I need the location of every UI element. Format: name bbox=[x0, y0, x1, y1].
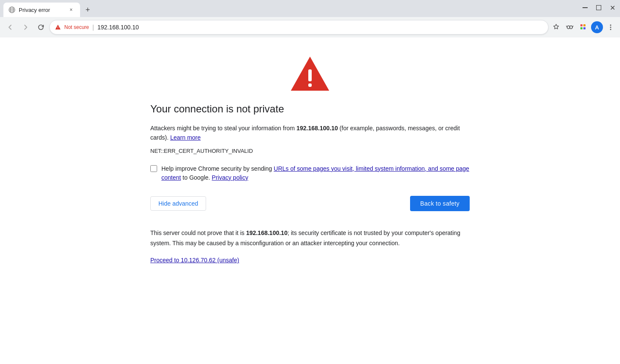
address-bar-row: Not secure | 192.168.100.10 bbox=[0, 17, 620, 37]
description-ip: 192.168.100.10 bbox=[296, 125, 338, 132]
not-secure-label: Not secure bbox=[64, 24, 89, 30]
browser-frame: Privacy error × + ✕ bbox=[0, 0, 620, 364]
security-warning-icon bbox=[55, 24, 61, 30]
checkbox-label: Help improve Chrome security by sending … bbox=[161, 164, 470, 182]
svg-rect-22 bbox=[308, 69, 312, 81]
svg-rect-17 bbox=[583, 27, 586, 29]
tab-bar: Privacy error × + ✕ bbox=[0, 0, 620, 17]
svg-point-19 bbox=[610, 27, 611, 28]
description-part1: Attackers might be trying to steal your … bbox=[150, 125, 296, 132]
svg-rect-8 bbox=[57, 29, 58, 29]
minimize-button[interactable] bbox=[581, 3, 589, 12]
tab-title: Privacy error bbox=[19, 7, 50, 13]
extension-spy-icon[interactable] bbox=[564, 21, 576, 33]
address-bar[interactable]: Not secure | 192.168.100.10 bbox=[49, 20, 548, 34]
error-container: Your connection is not private Attackers… bbox=[150, 54, 470, 264]
extension-puzzle-icon[interactable] bbox=[577, 21, 589, 33]
improve-security-checkbox[interactable] bbox=[150, 165, 157, 172]
back-to-safety-button[interactable]: Back to safety bbox=[410, 196, 470, 211]
new-tab-button[interactable]: + bbox=[82, 4, 94, 16]
svg-rect-14 bbox=[580, 24, 583, 26]
maximize-button[interactable] bbox=[594, 3, 603, 12]
svg-rect-15 bbox=[583, 24, 586, 26]
page-title: Your connection is not private bbox=[150, 103, 284, 115]
error-code: NET::ERR_CERT_AUTHORITY_INVALID bbox=[150, 148, 253, 154]
tab-close-button[interactable]: × bbox=[67, 6, 75, 14]
back-button[interactable] bbox=[3, 20, 17, 34]
svg-rect-5 bbox=[583, 7, 588, 8]
svg-rect-7 bbox=[57, 26, 58, 28]
hide-advanced-button[interactable]: Hide advanced bbox=[150, 196, 206, 211]
warning-icon-wrap bbox=[150, 54, 470, 93]
close-window-button[interactable]: ✕ bbox=[608, 3, 617, 12]
profile-button[interactable]: A bbox=[591, 21, 603, 33]
svg-rect-6 bbox=[597, 6, 601, 10]
server-desc-part1: This server could not prove that it is bbox=[150, 229, 246, 236]
warning-triangle-icon bbox=[289, 54, 331, 93]
tab-favicon bbox=[9, 6, 15, 13]
svg-rect-23 bbox=[308, 83, 312, 87]
reload-button[interactable] bbox=[34, 20, 48, 34]
checkbox-label-part1: Help improve Chrome security by sending bbox=[161, 165, 274, 172]
page-content: Your connection is not private Attackers… bbox=[0, 37, 620, 364]
learn-more-link[interactable]: Learn more bbox=[170, 134, 201, 141]
proceed-link[interactable]: Proceed to 10.126.70.62 (unsafe) bbox=[150, 257, 239, 264]
checkbox-row: Help improve Chrome security by sending … bbox=[150, 164, 470, 182]
active-tab[interactable]: Privacy error × bbox=[3, 3, 80, 17]
buttons-row: Hide advanced Back to safety bbox=[150, 196, 470, 211]
description-text: Attackers might be trying to steal your … bbox=[150, 123, 470, 143]
bookmark-button[interactable] bbox=[550, 21, 562, 33]
menu-button[interactable] bbox=[605, 21, 617, 33]
checkbox-label-part2: to Google. bbox=[181, 174, 210, 181]
privacy-policy-link[interactable]: Privacy policy bbox=[212, 174, 248, 181]
server-description: This server could not prove that it is 1… bbox=[150, 228, 470, 249]
svg-rect-16 bbox=[580, 27, 583, 29]
window-controls: ✕ bbox=[581, 3, 617, 12]
url-separator: | bbox=[92, 24, 94, 31]
forward-button[interactable] bbox=[19, 20, 32, 34]
toolbar-actions: A bbox=[550, 21, 617, 33]
svg-point-20 bbox=[610, 29, 611, 30]
server-desc-ip: 192.168.100.10 bbox=[246, 229, 287, 236]
svg-point-18 bbox=[610, 25, 611, 26]
url-display: 192.168.100.10 bbox=[98, 24, 139, 31]
